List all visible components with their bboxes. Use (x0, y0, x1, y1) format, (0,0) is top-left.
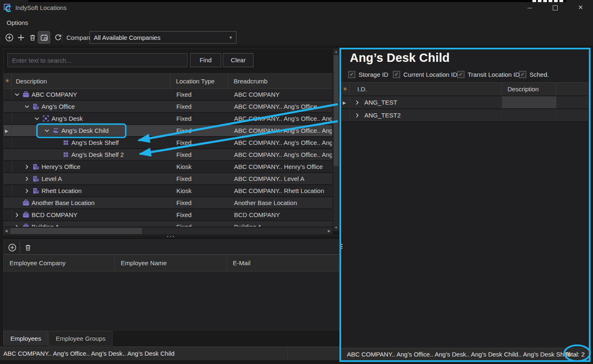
tree-row[interactable]: Rhett LocationKioskABC COMPANY.. Rhett L… (4, 185, 332, 197)
delete-icon[interactable] (23, 242, 33, 252)
tree-row[interactable]: Ang’s OfficeFixedABC COMPANY.. Ang’s Off… (4, 101, 332, 113)
detail-row[interactable]: ▶ANG_TEST (342, 96, 588, 109)
tree-row[interactable]: Another Base LocationFixedAnother Base L… (4, 197, 332, 209)
location-type-cell: Fixed (171, 137, 228, 148)
tree-description-cell: Ang’s Desk Child (12, 125, 171, 136)
left-status-breadcrumb: ABC COMPANY.. Ang’s Office.. Ang’s Desk.… (3, 347, 175, 360)
minimize-icon[interactable] (520, 1, 539, 14)
chevron-down-icon[interactable]: ▼ (225, 35, 236, 40)
tree-row[interactable]: Building AFixedBuilding A (4, 221, 332, 227)
checkbox-box[interactable]: ✓ (519, 71, 526, 78)
detail-filler-cell (556, 96, 588, 108)
tree-row-label: BCD COMPANY (32, 211, 78, 218)
tree-description-cell: Ang’s Desk (12, 113, 171, 124)
locations-tree-grid: Description Location Type Breadcrumb ABC… (3, 73, 332, 227)
top-edge-strip (28, 0, 566, 2)
tree-description-cell: Henry’s Office (12, 161, 171, 172)
employees-header-row: Employee Company Employee Name E-Mail (3, 254, 339, 271)
required-asterisk-icon (4, 73, 12, 88)
checkbox-box[interactable]: ✓ (457, 71, 464, 78)
scroll-up-icon[interactable]: ▲ (333, 49, 339, 55)
row-indicator-cell (4, 149, 12, 160)
chevron-right-icon[interactable] (13, 211, 21, 219)
chevron-down-icon[interactable] (43, 127, 51, 134)
app-logo-icon (4, 4, 12, 12)
chevron-right-icon[interactable] (354, 112, 361, 119)
tree-row[interactable]: BCD COMPANYFixedBCD COMPANY (4, 209, 332, 221)
add-icon[interactable] (15, 32, 27, 43)
tree-row[interactable]: Level AFixedABC COMPANY.. Level A (4, 173, 332, 185)
column-header-email[interactable]: E-Mail (227, 255, 339, 271)
scroll-left-icon[interactable]: ◀ (3, 227, 9, 235)
column-header-description[interactable]: Description (12, 73, 171, 88)
chevron-down-icon[interactable] (13, 91, 21, 98)
employees-tab-strip: Employees Employee Groups (3, 331, 112, 346)
detail-row[interactable]: ANG_TEST2 (342, 109, 588, 122)
scroll-right-icon[interactable]: ▶ (326, 227, 332, 235)
scroll-down-icon[interactable]: ▼ (333, 225, 339, 231)
vertical-scrollbar[interactable]: ▲ ▼ (333, 49, 339, 231)
find-button[interactable]: Find (190, 53, 221, 67)
delete-icon[interactable] (27, 32, 38, 43)
horizontal-scrollbar-thumb[interactable] (10, 228, 142, 234)
maximize-icon[interactable] (546, 1, 565, 14)
checkbox-sched-[interactable]: ✓Sched. (519, 71, 549, 78)
column-header-description[interactable]: Description (501, 83, 556, 95)
add-circle-icon[interactable] (3, 32, 15, 43)
checkbox-current-location-id[interactable]: ✓Current Location ID (393, 71, 457, 78)
checkbox-storage-id[interactable]: ✓Storage ID (348, 71, 388, 78)
chevron-right-icon[interactable] (23, 187, 31, 195)
chevron-down-icon[interactable] (23, 103, 31, 110)
chevron-right-icon[interactable] (23, 163, 31, 171)
tab-employee-groups[interactable]: Employee Groups (49, 331, 112, 346)
row-indicator-cell (4, 89, 12, 100)
desk-child-icon (52, 127, 59, 134)
detail-id-cell: ANG_TEST (350, 96, 502, 108)
column-header-employee-company[interactable]: Employee Company (3, 255, 115, 271)
row-indicator-cell (4, 137, 12, 148)
checkbox-box[interactable]: ✓ (393, 71, 400, 78)
chevron-down-icon[interactable] (33, 115, 41, 122)
tab-employees[interactable]: Employees (3, 331, 48, 346)
toolbar-separator (62, 31, 63, 44)
company-dropdown[interactable]: All Available Companies ▼ (90, 31, 237, 44)
horizontal-splitter[interactable]: ··· (3, 235, 339, 239)
location-type-cell: Fixed (171, 149, 228, 160)
menu-options[interactable]: Options (5, 16, 30, 29)
checkbox-label: Sched. (530, 71, 549, 78)
breadcrumb-cell: ABC COMPANY.. Ang’s Office.. Ang’s De (228, 137, 332, 148)
location-type-cell: Fixed (171, 113, 228, 124)
tree-header-row: Description Location Type Breadcrumb (4, 73, 332, 89)
tree-row[interactable]: Ang’s Desk Shelf 2FixedABC COMPANY.. Ang… (4, 149, 332, 161)
tree-row[interactable]: Ang’s DeskFixedABC COMPANY.. Ang’s Offic… (4, 113, 332, 125)
close-icon[interactable] (571, 1, 590, 14)
chevron-right-icon[interactable] (23, 175, 31, 183)
schedule-icon[interactable] (38, 32, 50, 43)
column-header-location-type[interactable]: Location Type (171, 73, 228, 88)
vertical-scrollbar-thumb[interactable] (334, 55, 339, 166)
column-header-breadcrumb[interactable]: Breadcrumb (228, 73, 332, 88)
company-icon (22, 223, 29, 227)
chevron-right-icon[interactable] (354, 99, 361, 106)
row-indicator-cell (4, 101, 12, 112)
tree-row[interactable]: ABC COMPANYFixedABC COMPANY (4, 89, 332, 101)
add-circle-icon[interactable] (7, 242, 17, 252)
detail-filler-cell (556, 109, 588, 121)
tree-row[interactable]: ▶Ang’s Desk ChildFixedABC COMPANY.. Ang’… (4, 125, 332, 137)
chevron-right-icon[interactable] (13, 223, 21, 227)
search-input[interactable] (7, 53, 188, 67)
checkbox-box[interactable]: ✓ (348, 71, 355, 78)
checkbox-transit-location-id[interactable]: ✓Transit Location ID (457, 71, 520, 78)
tree-row[interactable]: Ang’s Desk ShelfFixedABC COMPANY.. Ang’s… (4, 137, 332, 149)
chevron-placeholder (53, 139, 61, 147)
clear-button[interactable]: Clear (223, 53, 254, 67)
tree-row[interactable]: Henry’s OfficeKioskABC COMPANY.. Henry’s… (4, 161, 332, 173)
office-icon (32, 163, 39, 171)
column-header-employee-name[interactable]: Employee Name (115, 255, 227, 271)
column-header-id[interactable]: I.D. (350, 83, 501, 95)
detail-panel: Ang’s Desk Child ✓Storage ID✓Current Loc… (339, 48, 591, 362)
row-indicator-cell (4, 221, 12, 227)
company-dropdown-value: All Available Companies (90, 34, 225, 41)
desk-icon (42, 115, 49, 122)
vertical-splitter[interactable]: ⋮ (339, 244, 343, 258)
